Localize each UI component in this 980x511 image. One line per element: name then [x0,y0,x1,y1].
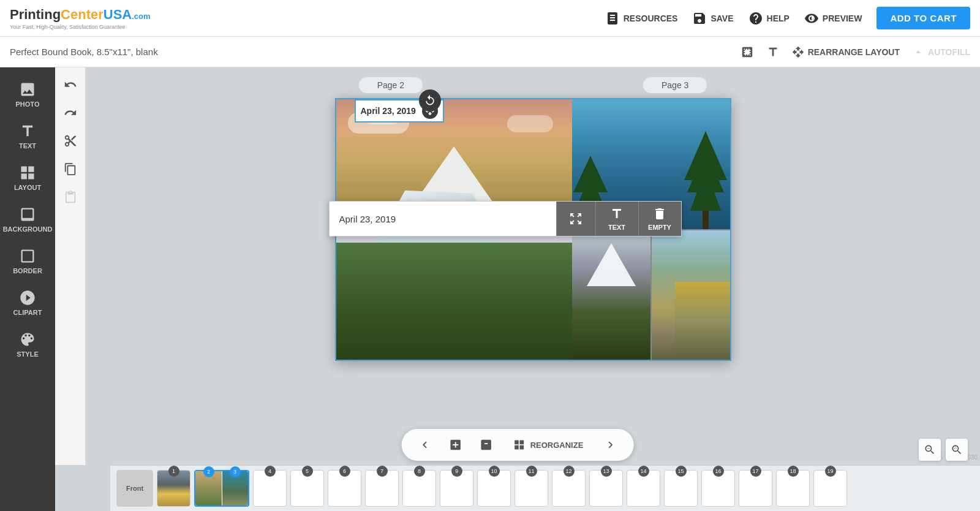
bottom-toolbar: REORGANIZE [402,429,634,461]
text-action-button[interactable]: TEXT [595,202,638,236]
clipart-icon [19,289,36,306]
sidebar-layout-label: LAYOUT [14,184,41,191]
page-thumb-16[interactable]: 16 [701,470,735,507]
page-thumb-5[interactable]: 5 [290,470,324,507]
help-label: HELP [767,13,790,23]
thumb-num-10: 10 [489,466,500,477]
page-thumb-13[interactable]: 13 [589,470,623,507]
paste-icon [64,191,77,204]
preview-button[interactable]: PREVIEW [804,11,862,26]
logo-text: PrintingCenterUSA.com [10,7,151,22]
page-thumb-front[interactable]: Front [116,470,153,507]
sidebar-text-label: TEXT [19,142,36,150]
add-spread-icon [449,438,462,452]
sidebar-item-photo[interactable]: PHOTO [0,74,55,115]
reorganize-label: REORGANIZE [530,441,584,450]
add-image-button[interactable] [741,45,754,59]
add-text-button[interactable] [766,45,780,59]
reorganize-button[interactable]: REORGANIZE [506,435,591,455]
page-thumb-9[interactable]: 9 [440,470,473,507]
cliff [675,282,730,360]
photo-icon [19,81,36,98]
thumb-num-12: 12 [564,466,575,477]
add-text-icon [766,45,780,59]
cloud3 [507,115,553,132]
page-thumb-12[interactable]: 12 [552,470,586,507]
autofill-button[interactable]: AUTOFILL [912,46,970,58]
zoom-in-button[interactable] [946,439,968,461]
remove-spread-button[interactable] [475,434,497,456]
thumb-num-4: 4 [265,466,276,477]
page-thumb-11[interactable]: 11 [514,470,548,507]
document-title: Perfect Bound Book, 8.5"x11", blank [10,47,158,57]
tree-base [572,308,650,360]
empty-action-label: EMPTY [648,224,671,231]
page-thumb-14[interactable]: 14 [627,470,660,507]
page-thumb-19[interactable]: 19 [813,470,847,507]
page-thumb-1[interactable]: 1 [157,470,190,507]
redo-button[interactable] [59,102,81,124]
resources-button[interactable]: RESOURCES [605,11,678,26]
cut-icon [64,134,77,148]
context-text-input[interactable] [330,202,556,236]
sidebar-item-border[interactable]: BORDER [0,240,55,282]
add-spread-button[interactable] [445,434,467,456]
thumb-num-8: 8 [414,466,425,477]
resources-label: RESOURCES [624,13,678,23]
cut-button[interactable] [59,130,81,152]
thumb-num-13: 13 [601,466,612,477]
sidebar-border-label: BORDER [13,267,42,274]
page-thumb-6[interactable]: 6 [328,470,361,507]
tree-area [681,131,730,229]
redo-icon [64,106,77,119]
rearrange-icon [792,46,804,58]
copy-button[interactable] [59,158,81,180]
thumb-num-3: 3 [230,466,241,477]
next-page-button[interactable] [599,434,621,456]
thumb-num-1: 1 [168,466,179,477]
text-action-label: TEXT [608,224,625,231]
thumb-num-2: 2 [203,466,214,477]
add-to-cart-button[interactable]: ADD TO CART [876,7,970,29]
page3-br-photo [652,230,730,360]
autofill-label: AUTOFILL [928,47,970,57]
rearrange-layout-button[interactable]: REARRANGE LAYOUT [792,46,900,58]
page-thumb-15[interactable]: 15 [664,470,698,507]
sidebar-item-text[interactable]: TEXT [0,115,55,157]
fit-button[interactable] [556,202,595,236]
sidebar-item-clipart[interactable]: CLIPART [0,282,55,324]
sidebar-background-label: BACKGROUND [3,225,53,233]
left-sidebar: PHOTO TEXT LAYOUT BACKGROUND BORDER [0,67,55,511]
zoom-out-button[interactable] [919,439,941,461]
resources-icon [605,11,620,26]
prev-page-button[interactable] [414,434,436,456]
page-thumb-23[interactable]: 2 3 [194,470,249,507]
context-popup: TEXT EMPTY [329,201,682,237]
fit-icon [568,211,583,226]
rotate-handle[interactable] [419,89,441,112]
sidebar-item-style[interactable]: STYLE [0,324,55,365]
tools-strip [55,67,86,465]
undo-button[interactable] [59,74,81,96]
page-thumb-18[interactable]: 18 [776,470,810,507]
empty-action-button[interactable]: EMPTY [638,202,681,236]
sidebar-item-background[interactable]: BACKGROUND [0,199,55,240]
thumb-num-19: 19 [825,466,836,477]
save-label: SAVE [710,13,733,23]
page-thumb-10[interactable]: 10 [477,470,511,507]
rotate-icon [424,94,436,107]
page3-bottom [572,230,730,360]
thumb-num-11: 11 [526,466,537,477]
paste-button[interactable] [59,186,81,208]
page-thumb-8[interactable]: 8 [402,470,436,507]
tree-svg [681,131,730,229]
background-icon [19,206,36,223]
help-button[interactable]: HELP [748,11,790,26]
save-button[interactable]: SAVE [692,11,733,26]
page-thumb-7[interactable]: 7 [365,470,399,507]
secondary-actions: REARRANGE LAYOUT AUTOFILL [741,45,970,59]
sidebar-item-layout[interactable]: LAYOUT [0,157,55,199]
preview-icon [804,11,819,26]
page-thumb-4[interactable]: 4 [253,470,287,507]
page-thumb-17[interactable]: 17 [739,470,772,507]
